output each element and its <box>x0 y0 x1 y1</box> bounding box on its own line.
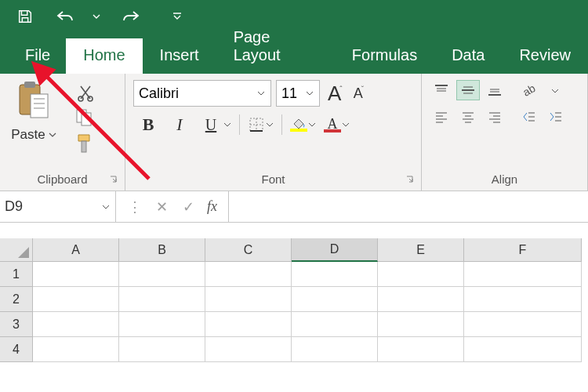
cell-E2[interactable] <box>378 287 464 312</box>
cell-F2[interactable] <box>464 287 582 312</box>
underline-button[interactable]: U <box>199 113 231 136</box>
font-name-value: Calibri <box>139 85 179 102</box>
cell-A4[interactable] <box>33 337 119 362</box>
align-right-button[interactable] <box>483 107 506 127</box>
column-header-E[interactable]: E <box>378 238 464 262</box>
column-header-C[interactable]: C <box>205 238 292 262</box>
align-middle-button[interactable] <box>456 80 480 100</box>
orientation-ab: ab <box>521 82 537 99</box>
cell-B2[interactable] <box>119 287 205 312</box>
cell-F1[interactable] <box>464 262 582 287</box>
group-alignment: ab Align <box>422 74 588 191</box>
undo-dropdown-icon[interactable] <box>93 13 100 20</box>
redo-icon[interactable] <box>119 5 141 27</box>
group-clipboard: Paste Clipboard <box>0 74 125 191</box>
tab-data[interactable]: Data <box>434 38 502 74</box>
row-header-2[interactable]: 2 <box>0 287 33 312</box>
font-color-button[interactable]: A <box>324 117 350 132</box>
paste-icon[interactable] <box>15 80 53 124</box>
cell-D4[interactable] <box>292 337 378 362</box>
column-header-F[interactable]: F <box>464 238 582 262</box>
cell-B4[interactable] <box>119 337 205 362</box>
tab-insert[interactable]: Insert <box>143 38 216 74</box>
enter-icon[interactable]: ✓ <box>180 198 196 216</box>
formula-input[interactable] <box>229 191 588 222</box>
increase-indent-button[interactable] <box>544 107 568 127</box>
cell-F4[interactable] <box>464 337 582 362</box>
font-name-combo[interactable]: Calibri <box>133 80 271 107</box>
cell-C1[interactable] <box>205 262 292 287</box>
tab-page-layout[interactable]: Page Layout <box>216 20 335 74</box>
column-header-D[interactable]: D <box>292 238 378 262</box>
ribbon-tabs: File Home Insert Page Layout Formulas Da… <box>0 33 588 74</box>
cell-A2[interactable] <box>33 287 119 312</box>
tab-formulas[interactable]: Formulas <box>335 38 434 74</box>
chevron-down-icon <box>266 121 274 129</box>
cell-B3[interactable] <box>119 312 205 337</box>
cell-E3[interactable] <box>378 312 464 337</box>
chevron-down-icon <box>305 89 314 98</box>
font-size-combo[interactable]: 11 <box>276 80 320 107</box>
formula-bar: D9 ⋮ ✕ ✓ fx <box>0 191 588 223</box>
cell-C2[interactable] <box>205 287 292 312</box>
clipboard-launcher-icon[interactable] <box>109 175 120 186</box>
spreadsheet-grid: ABCDEF 1234 <box>0 238 588 362</box>
decrease-indent-button[interactable] <box>517 107 541 127</box>
column-header-B[interactable]: B <box>119 238 205 262</box>
ribbon: Paste Clipboard <box>0 74 588 191</box>
select-all-corner[interactable] <box>0 238 33 262</box>
chevron-down-icon <box>308 121 316 129</box>
borders-button[interactable] <box>248 116 274 133</box>
customize-qat-icon[interactable] <box>166 5 188 27</box>
row-header-4[interactable]: 4 <box>0 337 33 362</box>
row-header-1[interactable]: 1 <box>0 262 33 287</box>
align-center-button[interactable] <box>456 107 480 127</box>
align-left-button[interactable] <box>430 107 453 127</box>
cancel-icon[interactable]: ✕ <box>154 198 169 216</box>
column-header-A[interactable]: A <box>33 238 119 262</box>
group-font: Calibri 11 Aˆ Aˇ B I U <box>125 74 422 191</box>
chevron-down-icon <box>342 121 350 129</box>
orientation-button[interactable]: ab <box>517 80 541 100</box>
cell-B1[interactable] <box>119 262 205 287</box>
cell-A1[interactable] <box>33 262 119 287</box>
borders-icon <box>248 116 265 133</box>
cell-D1[interactable] <box>292 262 378 287</box>
tab-home[interactable]: Home <box>66 38 142 74</box>
orientation-dropdown[interactable] <box>544 80 566 102</box>
save-icon[interactable] <box>14 5 36 27</box>
menu-dots-icon[interactable]: ⋮ <box>127 198 143 216</box>
cell-F3[interactable] <box>464 312 582 337</box>
font-size-value: 11 <box>281 85 297 102</box>
bold-button[interactable]: B <box>136 113 160 136</box>
cell-D2[interactable] <box>292 287 378 312</box>
tab-file[interactable]: File <box>8 38 66 74</box>
cell-D3[interactable] <box>292 312 378 337</box>
fill-color-button[interactable] <box>290 118 316 132</box>
name-box[interactable]: D9 <box>0 191 116 222</box>
chevron-down-icon <box>256 89 266 98</box>
align-top-button[interactable] <box>430 80 453 100</box>
align-bottom-button[interactable] <box>483 80 506 100</box>
cell-C3[interactable] <box>205 312 292 337</box>
cut-icon[interactable] <box>71 82 100 103</box>
svg-rect-10 <box>82 141 86 152</box>
tab-review[interactable]: Review <box>502 38 588 74</box>
grow-font-button[interactable]: Aˆ <box>325 82 346 106</box>
font-launcher-icon[interactable] <box>405 175 416 186</box>
cell-E4[interactable] <box>378 337 464 362</box>
shrink-font-button[interactable]: Aˇ <box>350 85 367 102</box>
fx-icon[interactable]: fx <box>207 198 217 215</box>
cell-A3[interactable] <box>33 312 119 337</box>
format-painter-icon[interactable] <box>71 132 100 154</box>
copy-icon[interactable] <box>71 107 100 129</box>
paste-label: Paste <box>11 127 45 143</box>
paste-button[interactable]: Paste <box>11 127 56 143</box>
group-label-font: Font <box>125 169 421 191</box>
cell-E1[interactable] <box>378 262 464 287</box>
cell-C4[interactable] <box>205 337 292 362</box>
undo-icon[interactable] <box>55 5 77 27</box>
row-header-3[interactable]: 3 <box>0 312 33 337</box>
italic-button[interactable]: I <box>168 113 191 136</box>
svg-rect-9 <box>82 113 91 125</box>
